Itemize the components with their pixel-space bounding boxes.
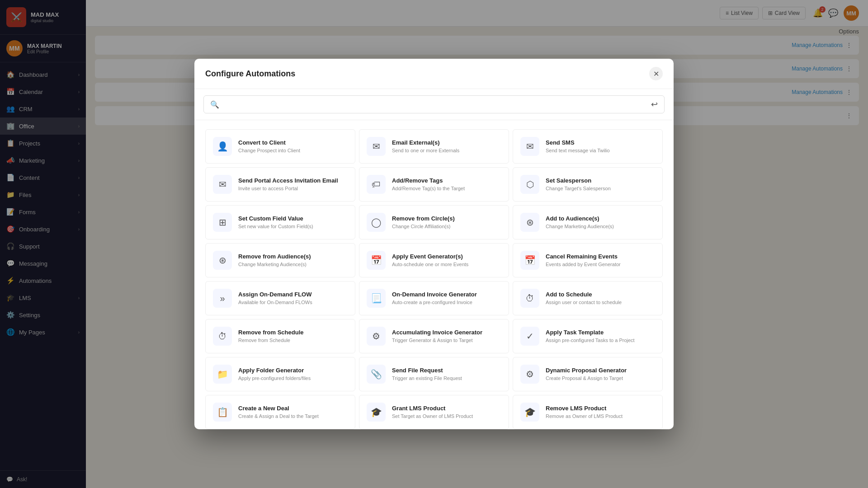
modal-overlay: Configure Automations ✕ 🔍 ↩ 👤Convert to … xyxy=(0,0,868,488)
email-externals-description: Send to one or more Externals xyxy=(392,147,501,154)
grant-lms-product-text: Grant LMS ProductSet Target as Owner of … xyxy=(392,405,501,419)
on-demand-invoice-generator-icon: 📃 xyxy=(367,289,386,308)
send-file-request-description: Trigger an existing File Request xyxy=(392,375,501,381)
remove-lms-product-icon: 🎓 xyxy=(520,403,539,422)
apply-event-generator-title: Apply Event Generator(s) xyxy=(392,253,501,260)
add-to-audiences-text: Add to Audience(s)Change Marketing Audie… xyxy=(546,215,655,230)
modal-title: Configure Automations xyxy=(205,69,295,79)
remove-lms-product-description: Remove as Owner of LMS Product xyxy=(546,413,655,419)
automation-card-apply-event-generator[interactable]: 📅Apply Event Generator(s)Auto-schedule o… xyxy=(359,243,509,277)
send-portal-access-description: Invite user to access Portal xyxy=(238,185,348,192)
create-new-deal-icon: 📋 xyxy=(213,403,232,422)
automation-card-cancel-remaining-events[interactable]: 📅Cancel Remaining EventsEvents added by … xyxy=(513,243,663,277)
automation-card-send-portal-access[interactable]: ✉Send Portal Access Invitation EmailInvi… xyxy=(205,167,355,202)
send-portal-access-title: Send Portal Access Invitation Email xyxy=(238,177,348,184)
automation-card-add-remove-tags[interactable]: 🏷Add/Remove TagsAdd/Remove Tag(s) to the… xyxy=(359,167,509,202)
automation-card-apply-task-template[interactable]: ✓Apply Task TemplateAssign pre-configure… xyxy=(513,319,663,353)
modal-header: Configure Automations ✕ xyxy=(194,59,674,89)
set-salesperson-title: Set Salesperson xyxy=(546,177,655,184)
add-remove-tags-text: Add/Remove TagsAdd/Remove Tag(s) to the … xyxy=(392,177,501,192)
remove-from-schedule-text: Remove from ScheduleRemove from Schedule xyxy=(238,329,348,343)
send-file-request-title: Send File Request xyxy=(392,367,501,374)
apply-folder-generator-text: Apply Folder GeneratorApply pre-configur… xyxy=(238,367,348,381)
automation-card-email-externals[interactable]: ✉Email External(s)Send to one or more Ex… xyxy=(359,129,509,164)
send-sms-icon: ✉ xyxy=(520,137,539,156)
create-new-deal-text: Create a New DealCreate & Assign a Deal … xyxy=(238,405,348,419)
automation-card-convert-to-client[interactable]: 👤Convert to ClientChange Prospect into C… xyxy=(205,129,355,164)
add-to-schedule-description: Assign user or contact to schedule xyxy=(546,299,655,305)
apply-event-generator-icon: 📅 xyxy=(367,251,386,270)
convert-to-client-title: Convert to Client xyxy=(238,139,348,146)
add-remove-tags-description: Add/Remove Tag(s) to the Target xyxy=(392,185,501,192)
remove-from-audiences-text: Remove from Audience(s)Change Marketing … xyxy=(238,253,348,267)
add-remove-tags-title: Add/Remove Tags xyxy=(392,177,501,184)
add-to-audiences-description: Change Marketing Audience(s) xyxy=(546,223,655,230)
assign-on-demand-flow-title: Assign On-Demand FLOW xyxy=(238,291,348,298)
cancel-remaining-events-text: Cancel Remaining EventsEvents added by E… xyxy=(546,253,655,267)
automation-card-set-custom-field[interactable]: ⊞Set Custom Field ValueSet new value for… xyxy=(205,205,355,239)
remove-from-schedule-description: Remove from Schedule xyxy=(238,337,348,343)
apply-task-template-icon: ✓ xyxy=(520,327,539,346)
send-sms-title: Send SMS xyxy=(546,139,655,146)
convert-to-client-text: Convert to ClientChange Prospect into Cl… xyxy=(238,139,348,154)
send-file-request-icon: 📎 xyxy=(367,365,386,384)
automation-card-accumulating-invoice-generator[interactable]: ⚙Accumulating Invoice GeneratorTrigger G… xyxy=(359,319,509,353)
dynamic-proposal-generator-description: Create Proposal & Assign to Target xyxy=(546,375,655,381)
add-to-schedule-icon: ⏱ xyxy=(520,289,539,308)
apply-task-template-description: Assign pre-configured Tasks to a Project xyxy=(546,337,655,343)
grant-lms-product-title: Grant LMS Product xyxy=(392,405,501,412)
assign-on-demand-flow-icon: » xyxy=(213,289,232,308)
set-salesperson-description: Change Target's Salesperson xyxy=(546,185,655,192)
apply-folder-generator-title: Apply Folder Generator xyxy=(238,367,348,374)
remove-lms-product-title: Remove LMS Product xyxy=(546,405,655,412)
accumulating-invoice-generator-icon: ⚙ xyxy=(367,327,386,346)
apply-folder-generator-description: Apply pre-configured folders/files xyxy=(238,375,348,381)
automation-card-add-to-audiences[interactable]: ⊛Add to Audience(s)Change Marketing Audi… xyxy=(513,205,663,239)
automation-card-send-sms[interactable]: ✉Send SMSSend text message via Twilio xyxy=(513,129,663,164)
dynamic-proposal-generator-title: Dynamic Proposal Generator xyxy=(546,367,655,374)
automation-card-grant-lms-product[interactable]: 🎓Grant LMS ProductSet Target as Owner of… xyxy=(359,395,509,429)
automation-card-set-salesperson[interactable]: ⬡Set SalespersonChange Target's Salesper… xyxy=(513,167,663,202)
automation-card-send-file-request[interactable]: 📎Send File RequestTrigger an existing Fi… xyxy=(359,357,509,391)
email-externals-icon: ✉ xyxy=(367,137,386,156)
dynamic-proposal-generator-text: Dynamic Proposal GeneratorCreate Proposa… xyxy=(546,367,655,381)
apply-task-template-text: Apply Task TemplateAssign pre-configured… xyxy=(546,329,655,343)
add-to-audiences-title: Add to Audience(s) xyxy=(546,215,655,222)
apply-event-generator-text: Apply Event Generator(s)Auto-schedule on… xyxy=(392,253,501,267)
configure-automations-modal: Configure Automations ✕ 🔍 ↩ 👤Convert to … xyxy=(194,59,674,429)
set-salesperson-icon: ⬡ xyxy=(520,175,539,194)
automation-card-on-demand-invoice-generator[interactable]: 📃On-Demand Invoice GeneratorAuto-create … xyxy=(359,281,509,315)
assign-on-demand-flow-description: Available for On-Demand FLOWs xyxy=(238,299,348,305)
search-wrapper: 🔍 ↩ xyxy=(203,95,665,113)
add-to-audiences-icon: ⊛ xyxy=(520,213,539,232)
search-back-button[interactable]: ↩ xyxy=(651,99,658,109)
modal-close-button[interactable]: ✕ xyxy=(649,67,663,80)
automation-card-dynamic-proposal-generator[interactable]: ⚙Dynamic Proposal GeneratorCreate Propos… xyxy=(513,357,663,391)
automation-card-apply-folder-generator[interactable]: 📁Apply Folder GeneratorApply pre-configu… xyxy=(205,357,355,391)
send-portal-access-text: Send Portal Access Invitation EmailInvit… xyxy=(238,177,348,192)
automation-card-remove-from-circle[interactable]: ◯Remove from Circle(s)Change Circle Affi… xyxy=(359,205,509,239)
remove-from-audiences-icon: ⊛ xyxy=(213,251,232,270)
on-demand-invoice-generator-title: On-Demand Invoice Generator xyxy=(392,291,501,298)
remove-from-circle-title: Remove from Circle(s) xyxy=(392,215,501,222)
automation-card-create-new-deal[interactable]: 📋Create a New DealCreate & Assign a Deal… xyxy=(205,395,355,429)
apply-task-template-title: Apply Task Template xyxy=(546,329,655,336)
email-externals-title: Email External(s) xyxy=(392,139,501,146)
automations-grid: 👤Convert to ClientChange Prospect into C… xyxy=(194,120,674,429)
automation-card-remove-from-schedule[interactable]: ⏱Remove from ScheduleRemove from Schedul… xyxy=(205,319,355,353)
set-custom-field-text: Set Custom Field ValueSet new value for … xyxy=(238,215,348,230)
search-input[interactable] xyxy=(224,101,646,108)
search-icon: 🔍 xyxy=(210,100,219,109)
automation-card-remove-from-audiences[interactable]: ⊛Remove from Audience(s)Change Marketing… xyxy=(205,243,355,277)
set-custom-field-title: Set Custom Field Value xyxy=(238,215,348,222)
add-to-schedule-text: Add to ScheduleAssign user or contact to… xyxy=(546,291,655,305)
accumulating-invoice-generator-title: Accumulating Invoice Generator xyxy=(392,329,501,336)
remove-lms-product-text: Remove LMS ProductRemove as Owner of LMS… xyxy=(546,405,655,419)
apply-event-generator-description: Auto-schedule one or more Events xyxy=(392,261,501,267)
automation-card-assign-on-demand-flow[interactable]: »Assign On-Demand FLOWAvailable for On-D… xyxy=(205,281,355,315)
automation-card-add-to-schedule[interactable]: ⏱Add to ScheduleAssign user or contact t… xyxy=(513,281,663,315)
automation-card-remove-lms-product[interactable]: 🎓Remove LMS ProductRemove as Owner of LM… xyxy=(513,395,663,429)
dynamic-proposal-generator-icon: ⚙ xyxy=(520,365,539,384)
remove-from-circle-icon: ◯ xyxy=(367,213,386,232)
add-to-schedule-title: Add to Schedule xyxy=(546,291,655,298)
